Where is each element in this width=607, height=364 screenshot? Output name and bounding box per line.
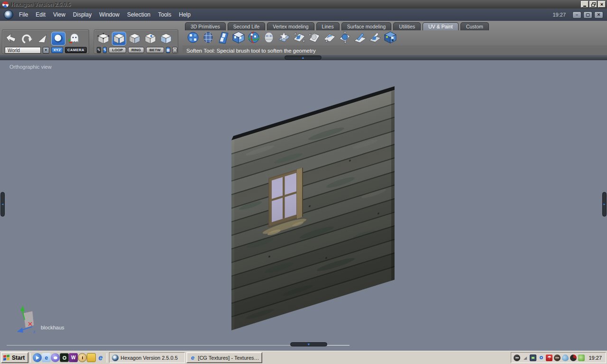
manipulation-group: World ▼ XYZ CAMERA [2, 29, 89, 54]
points-mode-cube-icon[interactable] [96, 32, 110, 46]
dark-globe-icon[interactable] [554, 355, 561, 361]
windows-taskbar: Start e W e Hexagon Version 2.5.0.5 e [C… [0, 351, 607, 364]
pin-head-uv-icon[interactable] [262, 30, 276, 44]
undo-arrow-icon[interactable] [4, 32, 18, 46]
log-wall-object[interactable] [231, 90, 395, 330]
xyz-button[interactable]: XYZ [51, 47, 64, 53]
soft-selection-cube-icon[interactable] [159, 32, 173, 46]
image-viewer-icon[interactable] [60, 353, 69, 362]
tab-utilities[interactable]: Utilities [393, 22, 421, 30]
loop-button[interactable]: LOOP [109, 47, 126, 53]
select-through-icon[interactable]: ✎ [103, 47, 107, 53]
tool-tab-strip: 3D Primitives Second Life Vertex modelin… [185, 22, 489, 30]
menu-tools[interactable]: Tools [158, 11, 171, 18]
fish-app-icon[interactable] [562, 355, 569, 361]
app-icon [2, 1, 9, 8]
edges-mode-cube-icon[interactable] [112, 32, 126, 46]
app-close-button[interactable]: ✕ [594, 11, 603, 18]
lasso-select-icon[interactable]: ◯ [172, 47, 177, 53]
hexagon-logo-icon [4, 10, 13, 19]
menu-window[interactable]: Window [99, 11, 120, 18]
tab-vertex-modeling[interactable]: Vertex modeling [267, 22, 314, 30]
camera-button[interactable]: CAMERA [65, 47, 87, 53]
textured-cube-icon[interactable] [383, 30, 397, 44]
menu-view[interactable]: View [53, 11, 65, 18]
sphere-select-icon[interactable] [51, 32, 65, 46]
menu-edit[interactable]: Edit [36, 11, 46, 18]
cubic-uv-icon[interactable] [231, 30, 246, 44]
close-button[interactable]: × [598, 1, 606, 8]
panel-collapse-handle-right[interactable]: ▸ [602, 192, 607, 217]
tab-second-life[interactable]: Second Life [228, 22, 265, 30]
volume-icon[interactable]: ◢ [522, 355, 528, 361]
scene-canvas: z [0, 60, 607, 351]
media-player-icon[interactable] [33, 353, 42, 362]
seam-diamond-icon[interactable] [292, 30, 306, 44]
search-tray-icon[interactable] [538, 355, 544, 361]
restore-button[interactable] [589, 1, 597, 8]
dropdown-arrow-icon[interactable]: ▼ [43, 47, 49, 54]
selection-group: ✎ ✎ LOOP RING BETW ▦ ◯ [94, 29, 178, 54]
viewport-3d[interactable]: z Orthographic view blockhaus ◂ ▸ ▼ [0, 60, 607, 351]
cylindrical-head-uv-icon[interactable] [201, 30, 215, 44]
panel-collapse-handle-top[interactable]: ▲ [285, 55, 322, 60]
axis-widget: z [17, 306, 36, 334]
redo-arrow-icon[interactable] [20, 32, 34, 46]
tab-uv-paint[interactable]: UV & Paint [423, 22, 458, 30]
top-drawer-strip: ▲ [0, 55, 607, 60]
app-minimize-button[interactable]: – [572, 11, 581, 18]
window-title: Hexagon Version 2.5.0.5 [11, 1, 71, 7]
steam-icon[interactable] [514, 355, 520, 361]
ghost-dynamic-geometry-icon[interactable] [67, 32, 81, 46]
graphics-driver-icon[interactable] [578, 355, 585, 361]
menu-selection[interactable]: Selection [127, 11, 150, 18]
screen: Hexagon Version 2.5.0.5 × File Edit View… [0, 0, 607, 364]
minimize-button[interactable] [581, 1, 589, 8]
office-app-icon[interactable]: W [69, 353, 78, 362]
planar-uv-icon[interactable] [216, 30, 230, 44]
panel-collapse-handle-left[interactable]: ◂ [0, 192, 5, 217]
panel-collapse-handle-bottom[interactable]: ▼ [290, 342, 327, 346]
tab-surface-modeling[interactable]: Surface modeling [341, 22, 392, 30]
internet-channels-icon[interactable]: e [42, 353, 51, 362]
menu-display[interactable]: Display [73, 11, 92, 18]
taskbar-task-hexagon[interactable]: Hexagon Version 2.5.0.5 [109, 352, 185, 363]
tab-custom[interactable]: Custom [460, 22, 489, 30]
ie-task-icon: e [189, 355, 196, 361]
daemon-tools-icon[interactable] [570, 355, 577, 361]
stretch-brush-icon[interactable] [353, 30, 367, 44]
avira-antivirus-icon[interactable]: ☂ [546, 355, 552, 361]
flatten-plane-icon[interactable] [322, 30, 337, 44]
status-tooltip-text: Soften Tool: Special brush tool to softe… [183, 46, 607, 55]
network-icon[interactable] [530, 355, 536, 361]
messenger-icon[interactable] [51, 353, 60, 362]
coordinate-space-select[interactable]: World [5, 47, 41, 54]
project-sphere-icon[interactable] [338, 30, 352, 44]
unfold-star-icon[interactable] [277, 30, 291, 44]
extract-tool-icon[interactable] [36, 32, 50, 46]
ring-button[interactable]: RING [128, 47, 144, 53]
uv-paint-toolbar [186, 30, 397, 44]
menu-help[interactable]: Help [179, 11, 191, 18]
internet-explorer-icon[interactable]: e [96, 353, 105, 362]
unfold-head-icon[interactable] [307, 30, 322, 44]
soften-brush-icon[interactable] [368, 30, 382, 44]
object-mode-cube-icon[interactable] [143, 32, 157, 46]
start-button[interactable]: Start [1, 352, 28, 363]
app-maximize-button[interactable]: ▢ [583, 11, 592, 18]
faces-mode-cube-icon[interactable] [128, 32, 142, 46]
unwrap-globe-icon[interactable] [247, 30, 261, 44]
betw-button[interactable]: BETW [146, 47, 164, 53]
menu-bar: File Edit View Display Window Selection … [0, 9, 607, 21]
toolbar-region: 3D Primitives Second Life Vertex modelin… [0, 21, 607, 55]
select-visible-icon[interactable]: ✎ [97, 47, 101, 53]
folder-icon[interactable] [87, 353, 96, 362]
clock-app-icon[interactable] [78, 353, 87, 362]
taskbar-task-cg-textures[interactable]: e [CG Textures] - Textures f... [186, 352, 262, 363]
marquee-select-icon[interactable]: ▦ [166, 47, 171, 53]
tab-lines[interactable]: Lines [316, 22, 340, 30]
menu-file[interactable]: File [19, 11, 28, 18]
spherical-uv-icon[interactable] [186, 30, 200, 44]
status-bar: Soften Tool: Special brush tool to softe… [183, 46, 607, 55]
tab-3d-primitives[interactable]: 3D Primitives [185, 22, 226, 30]
